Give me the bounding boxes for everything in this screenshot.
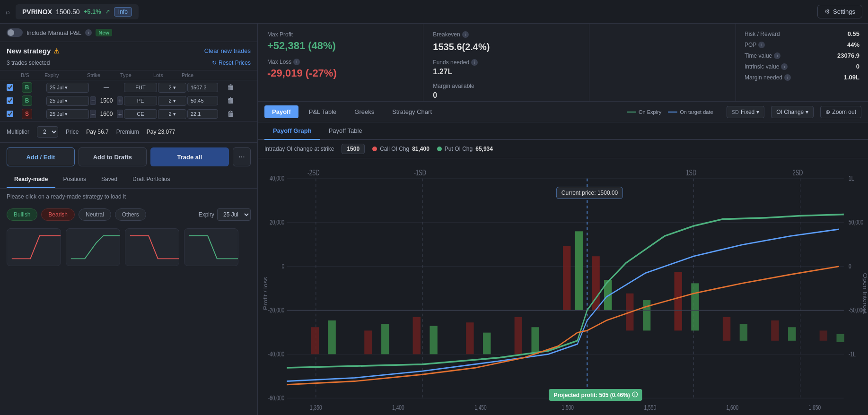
intrinsic-info-icon[interactable]: i [781,63,788,70]
lots-select-2[interactable]: 2 ▾ [158,96,186,106]
oi-strike-label: Intraday OI change at strike [264,146,334,152]
trade-rows: B 25 Jul ▾ — FUT 2 ▾ 🗑 B 25 Jul ▾ [0,80,257,121]
tab-ready-made[interactable]: Ready-made [7,171,55,188]
clear-trades-button[interactable]: Clear new trades [204,47,251,54]
svg-rect-38 [820,330,827,340]
time-info-icon[interactable]: i [774,52,780,59]
delete-button-1[interactable]: 🗑 [224,83,238,92]
svg-text:1,600: 1,600 [727,404,739,411]
svg-text:1,350: 1,350 [310,404,322,411]
tab-saved[interactable]: Saved [94,171,125,188]
trade-table-header: B/S Expiry Strike Type Lots Price [0,70,257,80]
action-buttons: Add / Edit Add to Drafts Trade all ··· [0,142,257,171]
funds-label: Funds needed i [433,59,579,66]
lots-select-1[interactable]: 2 ▾ [158,83,186,93]
trade-checkbox-2[interactable] [7,97,13,104]
settings-button[interactable]: ⚙ Settings [817,5,862,18]
oi-call: Call OI Chg 81,400 [372,146,430,152]
trade-checkbox-1[interactable] [7,84,13,91]
toggle-info-icon[interactable]: i [85,29,92,36]
sd-dropdown[interactable]: SD Fixed ▾ [727,106,765,118]
svg-rect-39 [836,334,844,342]
filter-others[interactable]: Others [115,208,146,221]
put-oi-dot [437,147,442,151]
svg-rect-33 [691,283,699,330]
filter-bullish[interactable]: Bullish [7,208,37,221]
table-row: B 25 Jul ▾ — FUT 2 ▾ 🗑 [7,82,251,93]
metrics-spacer [589,24,736,101]
strategy-card-3[interactable] [125,228,179,266]
svg-text:1,400: 1,400 [392,404,404,411]
bs-badge-1[interactable]: B [22,82,32,93]
tab-draft-portfolios[interactable]: Draft Portfolios [125,171,177,188]
legend-target-dot [668,112,677,112]
svg-text:-60,000: -60,000 [268,394,285,402]
strategy-hint: Please click on a ready-made strategy to… [0,189,257,205]
svg-rect-19 [381,324,389,354]
svg-rect-34 [723,317,730,341]
expiry-filter-select[interactable]: 25 Jul [217,208,251,221]
price-input-2[interactable] [187,96,218,105]
oi-dropdown[interactable]: OI Change ▾ [771,106,814,118]
reset-prices-button[interactable]: ↻ Reset Prices [212,60,251,66]
type-badge-1[interactable]: FUT [124,83,157,92]
tab-positions[interactable]: Positions [55,171,94,188]
breakeven-info-icon[interactable]: i [462,31,469,38]
trade-all-button[interactable]: Trade all [150,147,229,166]
expiry-select-2[interactable]: 25 Jul ▾ [46,96,89,106]
tab-strategy-chart[interactable]: Strategy Chart [385,105,439,118]
svg-rect-20 [413,317,421,354]
margin-needed-info-icon[interactable]: i [784,74,791,81]
subtab-payoff-graph[interactable]: Payoff Graph [264,122,320,140]
multiplier-select[interactable]: 2 1 3 [37,126,58,138]
expiry-select-1[interactable]: 25 Jul ▾ [46,83,89,93]
type-badge-2[interactable]: PE [124,96,157,105]
svg-text:1,550: 1,550 [644,404,656,411]
strike-increment-3[interactable]: + [117,110,123,118]
search-icon[interactable]: ⌕ [6,8,10,16]
add-edit-button[interactable]: Add / Edit [7,147,75,166]
call-oi-label: Call OI Chg [380,146,409,152]
pop-info-icon[interactable]: i [758,42,765,48]
bs-badge-3[interactable]: S [22,109,32,119]
more-options-button[interactable]: ··· [233,147,251,166]
tab-payoff[interactable]: Payoff [264,105,298,118]
strike-decrement-3[interactable]: − [90,110,96,118]
strike-decrement-2[interactable]: − [90,96,96,105]
strategy-card-4[interactable] [184,228,238,266]
add-drafts-button[interactable]: Add to Drafts [79,147,147,166]
strike-fut: — [90,84,123,91]
lots-select-3[interactable]: 2 ▾ [158,109,186,119]
chevron-down-icon: ▾ [756,109,759,115]
price-input-1[interactable] [187,83,218,92]
zoom-out-button[interactable]: ⊕ Zoom out [820,106,861,118]
info-badge[interactable]: Info [114,7,132,17]
warning-icon: ⚠ [53,47,60,55]
manual-pnl-toggle[interactable] [7,28,23,37]
chart-tabs-row: Payoff P&L Table Greeks Strategy Chart O… [258,102,868,122]
bs-badge-2[interactable]: B [22,95,32,106]
trade-checkbox-3[interactable] [7,111,13,117]
filter-bearish[interactable]: Bearish [41,208,75,221]
max-loss-value: -29,019 (-27%) [267,67,413,79]
max-loss-info-icon[interactable]: i [293,59,300,65]
tab-pnl-table[interactable]: P&L Table [301,105,344,118]
filter-neutral[interactable]: Neutral [79,208,111,221]
strike-increment-2[interactable]: + [117,96,123,105]
margin-needed-value: 1.09L [844,74,859,81]
funds-info-icon[interactable]: i [471,59,478,66]
delete-button-3[interactable]: 🗑 [224,110,238,118]
strategy-card-2[interactable] [66,228,120,266]
type-badge-3[interactable]: CE [124,109,157,119]
pop-label: POP i [745,42,765,48]
trades-selected-row: 3 trades selected ↻ Reset Prices [0,58,257,70]
expiry-select-3[interactable]: 25 Jul ▾ [46,109,89,119]
price-input-3[interactable] [187,109,218,119]
tab-greeks[interactable]: Greeks [347,105,382,118]
header-expiry: Expiry [44,72,87,78]
subtab-payoff-table[interactable]: Payoff Table [320,122,371,140]
header-bs: B/S [21,72,44,78]
strategy-card-1[interactable] [7,228,61,266]
delete-button-2[interactable]: 🗑 [224,96,238,105]
svg-text:1,500: 1,500 [561,404,574,411]
